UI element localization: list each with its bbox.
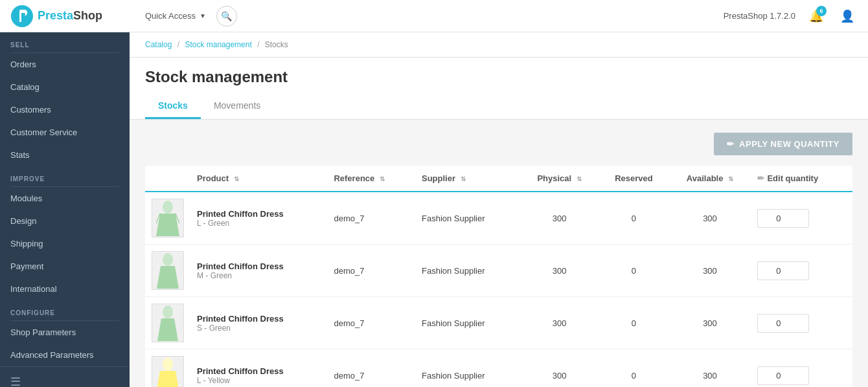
sidebar-item-shipping[interactable]: Shipping — [0, 232, 130, 255]
supplier-cell: Fashion Supplier — [415, 192, 520, 245]
sidebar-item-modules[interactable]: Modules — [0, 187, 130, 210]
supplier-cell: Fashion Supplier — [415, 297, 520, 349]
tab-stocks[interactable]: Stocks — [145, 94, 201, 119]
svg-marker-10 — [156, 371, 179, 388]
reserved-cell: 0 — [599, 297, 668, 349]
sidebar-collapse-button[interactable]: ☰ — [0, 366, 130, 387]
product-cell: Printed Chiffon Dress L - Yellow — [190, 349, 327, 388]
stock-table: Product ⇅ Reference ⇅ Supplier ⇅ Physi — [145, 166, 852, 387]
edit-quantity-input[interactable] — [757, 314, 809, 333]
reserved-cell: 0 — [599, 192, 668, 245]
product-cell: Printed Chiffon Dress M - Green — [190, 245, 327, 297]
physical-cell: 300 — [520, 297, 599, 349]
breadcrumb-catalog[interactable]: Catalog — [145, 40, 172, 49]
available-cell: 300 — [669, 245, 751, 297]
stock-content: ✏ APPLY NEW QUANTITY Product ⇅ Reference — [130, 120, 868, 387]
quick-access-button[interactable]: Quick Access ▼ — [140, 8, 211, 23]
chevron-down-icon: ▼ — [200, 12, 206, 19]
product-image — [152, 356, 184, 387]
sidebar-item-catalog[interactable]: Catalog — [0, 76, 130, 98]
physical-cell: 300 — [520, 349, 599, 388]
reference-cell: demo_7 — [327, 297, 415, 349]
reference-cell: demo_7 — [327, 349, 415, 388]
physical-cell: 300 — [520, 245, 599, 297]
edit-quantity-input[interactable] — [757, 366, 809, 385]
table-row: Printed Chiffon Dress M - Green demo_7 F… — [145, 245, 852, 297]
sort-physical-icon: ⇅ — [577, 175, 582, 182]
version-label: PrestaShop 1.7.2.0 — [724, 11, 795, 21]
th-product[interactable]: Product ⇅ — [190, 166, 327, 192]
breadcrumb-sep-2: / — [257, 40, 259, 49]
sidebar-item-international[interactable]: International — [0, 278, 130, 300]
product-cell: Printed Chiffon Dress S - Green — [190, 297, 327, 349]
sidebar-item-customer-service[interactable]: Customer Service — [0, 121, 130, 144]
sidebar-item-shop-parameters[interactable]: Shop Parameters — [0, 321, 130, 344]
breadcrumb: Catalog / Stock management / Stocks — [130, 32, 868, 58]
edit-quantity-cell[interactable] — [751, 192, 852, 245]
table-row: Printed Chiffon Dress L - Yellow demo_7 … — [145, 349, 852, 388]
apply-new-quantity-button[interactable]: ✏ APPLY NEW QUANTITY — [714, 133, 852, 155]
main-layout: SELL Orders Catalog Customers Customer S… — [0, 32, 868, 387]
table-header: Product ⇅ Reference ⇅ Supplier ⇅ Physi — [145, 166, 852, 192]
notifications-badge: 6 — [816, 6, 827, 16]
product-image — [152, 304, 184, 342]
svg-point-5 — [163, 253, 173, 266]
edit-quantity-input[interactable] — [757, 209, 809, 228]
edit-quantity-cell[interactable] — [751, 349, 852, 388]
available-cell: 300 — [669, 192, 751, 245]
supplier-cell: Fashion Supplier — [415, 245, 520, 297]
th-physical[interactable]: Physical ⇅ — [520, 166, 599, 192]
breadcrumb-stock-management[interactable]: Stock management — [185, 40, 251, 49]
sidebar: SELL Orders Catalog Customers Customer S… — [0, 32, 130, 387]
sort-available-icon: ⇅ — [728, 175, 733, 182]
product-image-cell — [145, 192, 190, 245]
edit-quantity-input[interactable] — [757, 261, 809, 280]
available-cell: 300 — [669, 349, 751, 388]
sidebar-item-orders[interactable]: Orders — [0, 53, 130, 76]
product-variant: M - Green — [197, 271, 284, 280]
quick-access-area: Quick Access ▼ 🔍 — [140, 6, 724, 27]
logo-text: PrestaShop — [38, 9, 102, 23]
sort-product-icon: ⇅ — [234, 175, 239, 182]
available-cell: 300 — [669, 297, 751, 349]
search-icon: 🔍 — [221, 11, 232, 21]
sort-reference-icon: ⇅ — [380, 175, 385, 182]
table-body: Printed Chiffon Dress L - Green demo_7 F… — [145, 192, 852, 387]
page-title: Stock management — [145, 68, 852, 86]
product-variant: L - Green — [197, 219, 284, 228]
th-available[interactable]: Available ⇅ — [669, 166, 751, 192]
svg-point-7 — [163, 305, 173, 318]
improve-section-label: IMPROVE — [0, 166, 130, 186]
tab-movements[interactable]: Movements — [201, 94, 273, 119]
sidebar-item-stats[interactable]: Stats — [0, 144, 130, 166]
breadcrumb-sep-1: / — [177, 40, 179, 49]
logo-area: PrestaShop — [10, 5, 140, 28]
sidebar-item-customers[interactable]: Customers — [0, 98, 130, 121]
edit-quantity-cell[interactable] — [751, 297, 852, 349]
configure-section-label: CONFIGURE — [0, 300, 130, 320]
product-image-cell — [145, 245, 190, 297]
tabs-row: Stocks Movements — [145, 94, 852, 119]
breadcrumb-current: Stocks — [265, 40, 288, 49]
product-name: Printed Chiffon Dress — [197, 209, 284, 219]
page-header: Stock management Stocks Movements — [130, 58, 868, 120]
svg-marker-2 — [156, 214, 179, 236]
search-button[interactable]: 🔍 — [216, 6, 237, 27]
user-icon: 👤 — [840, 9, 854, 23]
sidebar-item-payment[interactable]: Payment — [0, 255, 130, 278]
edit-quantity-cell[interactable] — [751, 245, 852, 297]
table-row: Printed Chiffon Dress L - Green demo_7 F… — [145, 192, 852, 245]
sidebar-item-advanced-parameters[interactable]: Advanced Parameters — [0, 344, 130, 366]
reference-cell: demo_7 — [327, 245, 415, 297]
th-reference[interactable]: Reference ⇅ — [327, 166, 415, 192]
product-variant: S - Green — [197, 324, 284, 333]
product-name: Printed Chiffon Dress — [197, 314, 284, 324]
sidebar-item-design[interactable]: Design — [0, 210, 130, 232]
product-image — [152, 199, 184, 238]
hamburger-icon: ☰ — [10, 375, 21, 387]
supplier-cell: Fashion Supplier — [415, 349, 520, 388]
user-account-button[interactable]: 👤 — [837, 6, 858, 27]
svg-point-0 — [11, 5, 33, 27]
notifications-button[interactable]: 🔔 6 — [806, 6, 827, 27]
th-supplier[interactable]: Supplier ⇅ — [415, 166, 520, 192]
